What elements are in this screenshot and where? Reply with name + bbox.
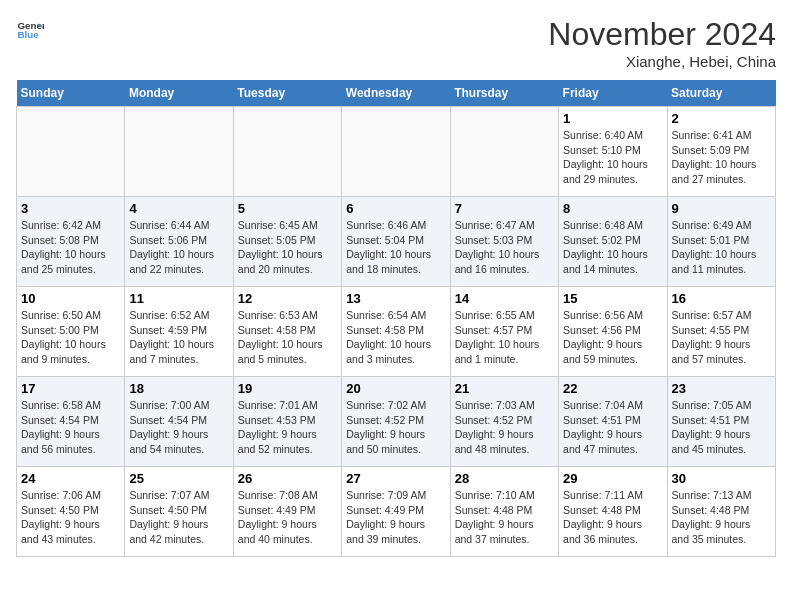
- day-number: 18: [129, 381, 228, 396]
- day-number: 2: [672, 111, 771, 126]
- day-number: 5: [238, 201, 337, 216]
- day-number: 14: [455, 291, 554, 306]
- calendar-cell: 21Sunrise: 7:03 AM Sunset: 4:52 PM Dayli…: [450, 377, 558, 467]
- day-info: Sunrise: 6:52 AM Sunset: 4:59 PM Dayligh…: [129, 308, 228, 367]
- day-info: Sunrise: 7:11 AM Sunset: 4:48 PM Dayligh…: [563, 488, 662, 547]
- calendar-cell: 29Sunrise: 7:11 AM Sunset: 4:48 PM Dayli…: [559, 467, 667, 557]
- calendar-week-row: 17Sunrise: 6:58 AM Sunset: 4:54 PM Dayli…: [17, 377, 776, 467]
- calendar-cell: 27Sunrise: 7:09 AM Sunset: 4:49 PM Dayli…: [342, 467, 450, 557]
- weekday-header-friday: Friday: [559, 80, 667, 107]
- calendar-cell: 2Sunrise: 6:41 AM Sunset: 5:09 PM Daylig…: [667, 107, 775, 197]
- day-number: 20: [346, 381, 445, 396]
- day-info: Sunrise: 7:01 AM Sunset: 4:53 PM Dayligh…: [238, 398, 337, 457]
- day-number: 10: [21, 291, 120, 306]
- day-number: 11: [129, 291, 228, 306]
- day-info: Sunrise: 6:45 AM Sunset: 5:05 PM Dayligh…: [238, 218, 337, 277]
- day-info: Sunrise: 6:57 AM Sunset: 4:55 PM Dayligh…: [672, 308, 771, 367]
- day-number: 27: [346, 471, 445, 486]
- calendar-cell: [125, 107, 233, 197]
- calendar-cell: 14Sunrise: 6:55 AM Sunset: 4:57 PM Dayli…: [450, 287, 558, 377]
- svg-text:Blue: Blue: [17, 29, 39, 40]
- header: General Blue November 2024 Xianghe, Hebe…: [16, 16, 776, 70]
- calendar-cell: [450, 107, 558, 197]
- day-info: Sunrise: 7:10 AM Sunset: 4:48 PM Dayligh…: [455, 488, 554, 547]
- calendar-cell: 3Sunrise: 6:42 AM Sunset: 5:08 PM Daylig…: [17, 197, 125, 287]
- day-number: 6: [346, 201, 445, 216]
- day-info: Sunrise: 6:47 AM Sunset: 5:03 PM Dayligh…: [455, 218, 554, 277]
- calendar-cell: 24Sunrise: 7:06 AM Sunset: 4:50 PM Dayli…: [17, 467, 125, 557]
- calendar-cell: [342, 107, 450, 197]
- weekday-header-row: SundayMondayTuesdayWednesdayThursdayFrid…: [17, 80, 776, 107]
- day-info: Sunrise: 7:07 AM Sunset: 4:50 PM Dayligh…: [129, 488, 228, 547]
- day-info: Sunrise: 6:44 AM Sunset: 5:06 PM Dayligh…: [129, 218, 228, 277]
- calendar-cell: 17Sunrise: 6:58 AM Sunset: 4:54 PM Dayli…: [17, 377, 125, 467]
- day-info: Sunrise: 6:58 AM Sunset: 4:54 PM Dayligh…: [21, 398, 120, 457]
- day-number: 17: [21, 381, 120, 396]
- calendar-cell: 8Sunrise: 6:48 AM Sunset: 5:02 PM Daylig…: [559, 197, 667, 287]
- day-number: 15: [563, 291, 662, 306]
- calendar-cell: 30Sunrise: 7:13 AM Sunset: 4:48 PM Dayli…: [667, 467, 775, 557]
- day-info: Sunrise: 6:55 AM Sunset: 4:57 PM Dayligh…: [455, 308, 554, 367]
- calendar-cell: 6Sunrise: 6:46 AM Sunset: 5:04 PM Daylig…: [342, 197, 450, 287]
- day-info: Sunrise: 6:50 AM Sunset: 5:00 PM Dayligh…: [21, 308, 120, 367]
- calendar-cell: 7Sunrise: 6:47 AM Sunset: 5:03 PM Daylig…: [450, 197, 558, 287]
- day-info: Sunrise: 7:08 AM Sunset: 4:49 PM Dayligh…: [238, 488, 337, 547]
- day-number: 7: [455, 201, 554, 216]
- calendar-cell: [233, 107, 341, 197]
- day-info: Sunrise: 6:42 AM Sunset: 5:08 PM Dayligh…: [21, 218, 120, 277]
- logo-icon: General Blue: [16, 16, 44, 44]
- calendar-cell: 15Sunrise: 6:56 AM Sunset: 4:56 PM Dayli…: [559, 287, 667, 377]
- weekday-header-saturday: Saturday: [667, 80, 775, 107]
- day-number: 16: [672, 291, 771, 306]
- weekday-header-tuesday: Tuesday: [233, 80, 341, 107]
- calendar-cell: 1Sunrise: 6:40 AM Sunset: 5:10 PM Daylig…: [559, 107, 667, 197]
- calendar-cell: 28Sunrise: 7:10 AM Sunset: 4:48 PM Dayli…: [450, 467, 558, 557]
- calendar-cell: 22Sunrise: 7:04 AM Sunset: 4:51 PM Dayli…: [559, 377, 667, 467]
- calendar-table: SundayMondayTuesdayWednesdayThursdayFrid…: [16, 80, 776, 557]
- day-info: Sunrise: 7:00 AM Sunset: 4:54 PM Dayligh…: [129, 398, 228, 457]
- calendar-cell: 9Sunrise: 6:49 AM Sunset: 5:01 PM Daylig…: [667, 197, 775, 287]
- day-info: Sunrise: 7:03 AM Sunset: 4:52 PM Dayligh…: [455, 398, 554, 457]
- day-number: 21: [455, 381, 554, 396]
- calendar-cell: 19Sunrise: 7:01 AM Sunset: 4:53 PM Dayli…: [233, 377, 341, 467]
- day-info: Sunrise: 6:49 AM Sunset: 5:01 PM Dayligh…: [672, 218, 771, 277]
- day-number: 9: [672, 201, 771, 216]
- day-number: 28: [455, 471, 554, 486]
- day-info: Sunrise: 7:04 AM Sunset: 4:51 PM Dayligh…: [563, 398, 662, 457]
- logo: General Blue: [16, 16, 44, 44]
- weekday-header-wednesday: Wednesday: [342, 80, 450, 107]
- day-number: 22: [563, 381, 662, 396]
- title-area: November 2024 Xianghe, Hebei, China: [548, 16, 776, 70]
- calendar-week-row: 10Sunrise: 6:50 AM Sunset: 5:00 PM Dayli…: [17, 287, 776, 377]
- calendar-cell: 25Sunrise: 7:07 AM Sunset: 4:50 PM Dayli…: [125, 467, 233, 557]
- day-info: Sunrise: 6:41 AM Sunset: 5:09 PM Dayligh…: [672, 128, 771, 187]
- day-info: Sunrise: 6:54 AM Sunset: 4:58 PM Dayligh…: [346, 308, 445, 367]
- calendar-cell: 5Sunrise: 6:45 AM Sunset: 5:05 PM Daylig…: [233, 197, 341, 287]
- weekday-header-monday: Monday: [125, 80, 233, 107]
- day-info: Sunrise: 6:46 AM Sunset: 5:04 PM Dayligh…: [346, 218, 445, 277]
- day-info: Sunrise: 6:48 AM Sunset: 5:02 PM Dayligh…: [563, 218, 662, 277]
- calendar-cell: 18Sunrise: 7:00 AM Sunset: 4:54 PM Dayli…: [125, 377, 233, 467]
- calendar-cell: 10Sunrise: 6:50 AM Sunset: 5:00 PM Dayli…: [17, 287, 125, 377]
- calendar-week-row: 3Sunrise: 6:42 AM Sunset: 5:08 PM Daylig…: [17, 197, 776, 287]
- calendar-cell: 11Sunrise: 6:52 AM Sunset: 4:59 PM Dayli…: [125, 287, 233, 377]
- day-number: 13: [346, 291, 445, 306]
- day-info: Sunrise: 6:40 AM Sunset: 5:10 PM Dayligh…: [563, 128, 662, 187]
- calendar-cell: [17, 107, 125, 197]
- weekday-header-sunday: Sunday: [17, 80, 125, 107]
- day-number: 29: [563, 471, 662, 486]
- calendar-cell: 23Sunrise: 7:05 AM Sunset: 4:51 PM Dayli…: [667, 377, 775, 467]
- day-number: 19: [238, 381, 337, 396]
- day-info: Sunrise: 7:09 AM Sunset: 4:49 PM Dayligh…: [346, 488, 445, 547]
- day-number: 12: [238, 291, 337, 306]
- day-info: Sunrise: 7:02 AM Sunset: 4:52 PM Dayligh…: [346, 398, 445, 457]
- month-title: November 2024: [548, 16, 776, 53]
- day-number: 8: [563, 201, 662, 216]
- calendar-week-row: 1Sunrise: 6:40 AM Sunset: 5:10 PM Daylig…: [17, 107, 776, 197]
- calendar-cell: 20Sunrise: 7:02 AM Sunset: 4:52 PM Dayli…: [342, 377, 450, 467]
- day-number: 26: [238, 471, 337, 486]
- day-number: 30: [672, 471, 771, 486]
- calendar-cell: 13Sunrise: 6:54 AM Sunset: 4:58 PM Dayli…: [342, 287, 450, 377]
- day-number: 25: [129, 471, 228, 486]
- day-info: Sunrise: 6:53 AM Sunset: 4:58 PM Dayligh…: [238, 308, 337, 367]
